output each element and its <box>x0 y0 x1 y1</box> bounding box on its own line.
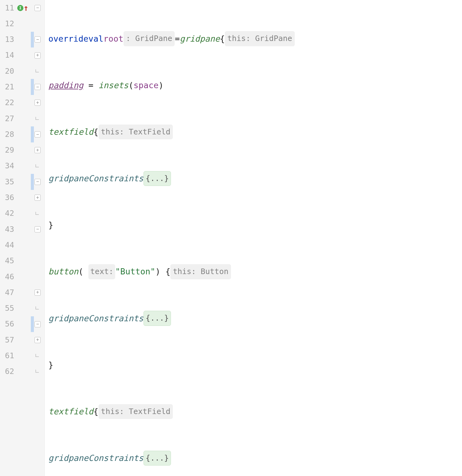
line-number: 62 <box>0 364 16 379</box>
receiver-hint: this: TextField <box>99 404 173 419</box>
line-number: 47 <box>0 285 16 300</box>
code-line[interactable]: } <box>48 217 462 233</box>
function-call: insets <box>99 78 129 93</box>
receiver-hint: this: TextField <box>99 125 173 139</box>
fold-end-icon[interactable] <box>34 353 41 359</box>
function-call: gridpane <box>180 31 220 47</box>
line-number: 46 <box>0 270 16 284</box>
identifier: space <box>133 78 158 93</box>
line-number: 35 <box>0 175 16 189</box>
line-number: 11 <box>0 1 16 15</box>
function-call: gridpaneConstraints <box>48 311 144 326</box>
fold-toggle-icon[interactable]: − <box>34 226 41 232</box>
line-number: 45 <box>0 254 16 268</box>
fold-collapsed-icon[interactable]: + <box>34 195 41 201</box>
line-number: 61 <box>0 349 16 363</box>
keyword: val <box>88 31 103 47</box>
code-line[interactable]: override val root : GridPane = gridpane … <box>48 31 462 47</box>
editor-gutter: 11 I↑ − 12 13− 14+ 20 21− 22+ 27 28− 29+… <box>0 0 45 476</box>
property: padding <box>48 78 83 93</box>
line-number: 29 <box>0 143 16 157</box>
code-line[interactable]: padding = insets(space) <box>48 77 462 93</box>
folded-region[interactable]: {...} <box>144 311 171 326</box>
line-number: 44 <box>0 238 16 252</box>
line-number: 12 <box>0 17 16 31</box>
fold-toggle-icon[interactable]: − <box>34 179 41 185</box>
line-number: 13 <box>0 32 16 47</box>
function-call: button <box>48 264 79 279</box>
fold-toggle-icon[interactable]: − <box>34 5 41 11</box>
receiver-hint: this: Button <box>170 264 231 279</box>
folded-region[interactable]: {...} <box>144 171 171 186</box>
up-arrow-icon: ↑ <box>23 0 28 16</box>
line-number: 36 <box>0 191 16 205</box>
line-number: 34 <box>0 159 16 173</box>
line-number: 57 <box>0 333 16 347</box>
code-line[interactable]: } <box>48 357 462 373</box>
code-line[interactable]: textfield { this: TextField <box>48 404 462 419</box>
fold-end-icon[interactable] <box>34 116 41 122</box>
fold-collapsed-icon[interactable]: + <box>34 337 41 343</box>
identifier: root <box>103 31 124 47</box>
keyword: override <box>48 31 88 47</box>
fold-toggle-icon[interactable]: − <box>34 84 41 90</box>
line-number: 56 <box>0 317 16 331</box>
line-number: 21 <box>0 80 16 94</box>
line-number: 27 <box>0 112 16 126</box>
line-number: 42 <box>0 206 16 220</box>
fold-end-icon[interactable] <box>34 163 41 169</box>
fold-collapsed-icon[interactable]: + <box>34 289 41 296</box>
code-line[interactable]: gridpaneConstraints {...} <box>48 170 462 186</box>
function-call: gridpaneConstraints <box>48 171 144 186</box>
fold-toggle-icon[interactable]: − <box>34 321 41 327</box>
function-call: textfield <box>48 404 93 419</box>
line-number: 14 <box>0 48 16 62</box>
receiver-hint: this: GridPane <box>225 31 295 46</box>
fold-end-icon[interactable] <box>34 68 41 74</box>
fold-collapsed-icon[interactable]: + <box>34 100 41 106</box>
line-number: 22 <box>0 96 16 110</box>
fold-toggle-icon[interactable]: − <box>34 36 41 43</box>
function-call: gridpaneConstraints <box>48 450 144 466</box>
fold-end-icon[interactable] <box>34 305 41 311</box>
fold-end-icon[interactable] <box>34 368 41 375</box>
override-gutter-icon[interactable]: I <box>17 5 23 11</box>
code-line[interactable]: textfield { this: TextField <box>48 124 462 140</box>
line-number: 20 <box>0 64 16 78</box>
type-hint: : GridPane <box>124 31 175 46</box>
fold-end-icon[interactable] <box>34 211 41 217</box>
code-line[interactable]: button( text: "Button") { this: Button <box>48 264 462 280</box>
code-line[interactable]: gridpaneConstraints {...} <box>48 310 462 326</box>
fold-collapsed-icon[interactable]: + <box>34 52 41 59</box>
parameter-hint: text: <box>88 264 115 279</box>
line-number: 55 <box>0 301 16 315</box>
fold-collapsed-icon[interactable]: + <box>34 147 41 153</box>
code-editor[interactable]: override val root : GridPane = gridpane … <box>45 0 462 476</box>
folded-region[interactable]: {...} <box>144 451 171 466</box>
code-line[interactable]: gridpaneConstraints {...} <box>48 450 462 466</box>
line-number: 28 <box>0 127 16 142</box>
string-literal: "Button" <box>115 264 155 279</box>
function-call: textfield <box>48 124 93 140</box>
line-number: 43 <box>0 222 16 236</box>
fold-toggle-icon[interactable]: − <box>34 131 41 137</box>
